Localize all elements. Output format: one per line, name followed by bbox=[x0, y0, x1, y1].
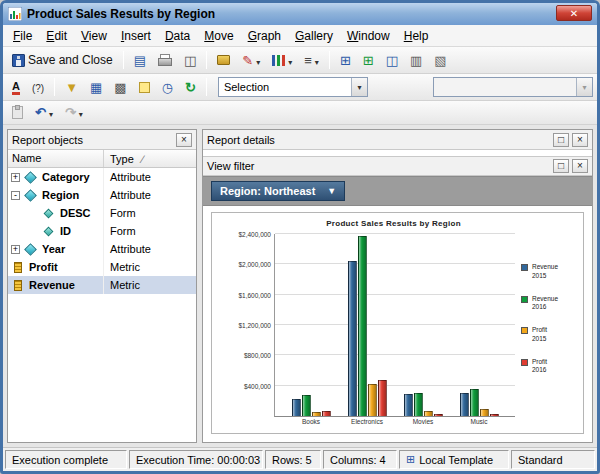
x-labels: BooksElectronicsMoviesMusic bbox=[275, 416, 515, 425]
close-report-details-button[interactable]: × bbox=[572, 133, 588, 147]
menu-item-file[interactable]: File bbox=[6, 27, 39, 45]
toolbar-main: Save and Close bbox=[3, 47, 597, 74]
expand-toggle[interactable]: + bbox=[11, 173, 20, 182]
expand-toggle[interactable]: + bbox=[11, 245, 20, 254]
attribute-icon bbox=[24, 243, 37, 256]
print-preview-button[interactable] bbox=[179, 51, 201, 70]
menu-item-edit[interactable]: Edit bbox=[39, 27, 74, 45]
menu-item-data[interactable]: Data bbox=[158, 27, 197, 45]
page-by-button[interactable] bbox=[109, 78, 131, 97]
secondary-combobox[interactable]: ▾ bbox=[433, 77, 593, 97]
pages-icon bbox=[114, 81, 126, 94]
legend-label: Revenue2015 bbox=[532, 263, 558, 281]
legend-swatch bbox=[521, 296, 528, 303]
legend-item: Revenue2016 bbox=[521, 295, 579, 313]
refresh-icon bbox=[185, 81, 196, 94]
menu-item-insert[interactable]: Insert bbox=[114, 27, 158, 45]
help-mode-button[interactable] bbox=[27, 78, 49, 97]
tree-item-label: Year bbox=[42, 243, 65, 255]
print-button[interactable] bbox=[153, 51, 177, 69]
form-icon bbox=[44, 208, 54, 218]
column-header-name[interactable]: Name bbox=[8, 150, 104, 167]
sql-view-button[interactable] bbox=[405, 51, 427, 70]
region-filter-label: Region: Northeast bbox=[220, 185, 315, 197]
grid-view-button[interactable] bbox=[335, 51, 356, 70]
grid-options-button[interactable] bbox=[85, 78, 107, 97]
tree-item-label: Region bbox=[42, 189, 79, 201]
menu-item-view[interactable]: View bbox=[74, 27, 114, 45]
y-axis-label: $2,000,000 bbox=[219, 261, 271, 268]
save-and-close-button[interactable]: Save and Close bbox=[7, 50, 118, 70]
filter-button[interactable] bbox=[60, 78, 83, 97]
title-bar[interactable]: Product Sales Results by Region ✕ bbox=[3, 3, 597, 25]
tree-row-revenue[interactable]: RevenueMetric bbox=[8, 276, 196, 294]
sql-icon bbox=[410, 54, 422, 67]
menu-item-help[interactable]: Help bbox=[397, 27, 436, 45]
menu-item-graph[interactable]: Graph bbox=[241, 27, 288, 45]
close-view-filter-button[interactable]: × bbox=[572, 159, 588, 173]
maximize-report-details-button[interactable]: □ bbox=[553, 133, 569, 147]
bar-profit-2015 bbox=[368, 384, 377, 416]
column-headers: Name Type ∕ bbox=[8, 150, 196, 168]
combobox-arrow[interactable]: ▾ bbox=[351, 78, 367, 96]
bar-revenue-2015 bbox=[348, 261, 357, 416]
x-axis-label: Movies bbox=[395, 416, 451, 425]
status-segment-5: Standard bbox=[511, 450, 595, 469]
tree-row-desc[interactable]: DESCForm bbox=[8, 204, 196, 222]
x-axis-label: Music bbox=[451, 416, 507, 425]
report-view-panel: Report details □ × View filter □ × Regio… bbox=[202, 129, 593, 443]
menu-item-window[interactable]: Window bbox=[340, 27, 397, 45]
view-filter-strip: Region: Northeast ▼ bbox=[203, 176, 592, 206]
status-segment-4: ⊞Local Template bbox=[399, 450, 509, 469]
menu-item-gallery[interactable]: Gallery bbox=[288, 27, 340, 45]
bar-group-books bbox=[283, 234, 339, 416]
design-view-button[interactable] bbox=[429, 51, 451, 70]
toolbar-edit bbox=[3, 101, 597, 125]
schedule-button[interactable] bbox=[157, 78, 178, 97]
tree-row-region[interactable]: -RegionAttribute bbox=[8, 186, 196, 204]
column-header-type[interactable]: Type ∕ bbox=[104, 150, 196, 167]
tree-item-label: ID bbox=[60, 225, 71, 237]
report-objects-panel: Report objects × Name Type ∕ +CategoryAt… bbox=[7, 129, 197, 443]
note-icon bbox=[139, 82, 150, 93]
close-button[interactable]: ✕ bbox=[556, 5, 592, 21]
redo-icon bbox=[65, 106, 76, 119]
format-painter-dropdown[interactable] bbox=[237, 51, 265, 70]
close-panel-button[interactable]: × bbox=[176, 133, 192, 147]
graph-view-button[interactable] bbox=[381, 51, 403, 70]
graph-type-dropdown[interactable] bbox=[267, 51, 297, 70]
page-view-button[interactable] bbox=[129, 51, 151, 70]
font-format-button[interactable] bbox=[7, 76, 25, 98]
style-dropdown[interactable] bbox=[299, 51, 324, 70]
bar-profit-2016 bbox=[378, 380, 387, 416]
tree-item-type: Form bbox=[104, 225, 196, 237]
paste-button[interactable] bbox=[7, 103, 28, 122]
selection-combobox-value: Selection bbox=[219, 81, 351, 93]
grid-graph-button[interactable] bbox=[358, 51, 379, 70]
maximize-view-filter-button[interactable]: □ bbox=[553, 159, 569, 173]
status-segment-0: Execution complete bbox=[5, 450, 127, 469]
form-icon bbox=[44, 226, 54, 236]
bar-revenue-2015 bbox=[404, 394, 413, 416]
graph-grid-icon bbox=[386, 54, 398, 67]
chevron-down-icon: ▼ bbox=[327, 186, 336, 196]
tree-row-profit[interactable]: ProfitMetric bbox=[8, 258, 196, 276]
expand-toggle[interactable]: - bbox=[11, 191, 20, 200]
tree-row-category[interactable]: +CategoryAttribute bbox=[8, 168, 196, 186]
refresh-button[interactable] bbox=[180, 78, 201, 97]
tree-row-id[interactable]: IDForm bbox=[8, 222, 196, 240]
bar-revenue-2015 bbox=[460, 393, 469, 417]
bar-revenue-2016 bbox=[302, 395, 311, 416]
tree-row-year[interactable]: +YearAttribute bbox=[8, 240, 196, 258]
menu-item-move[interactable]: Move bbox=[197, 27, 240, 45]
undo-button[interactable] bbox=[30, 103, 58, 122]
x-axis-label: Electronics bbox=[339, 416, 395, 425]
redo-button[interactable] bbox=[60, 103, 88, 122]
tree-row-name-cell: -Region bbox=[8, 186, 104, 204]
selection-combobox[interactable]: Selection ▾ bbox=[218, 77, 368, 97]
note-button[interactable] bbox=[134, 79, 155, 96]
export-button[interactable] bbox=[212, 52, 235, 68]
combobox-arrow[interactable]: ▾ bbox=[576, 78, 592, 96]
region-filter-button[interactable]: Region: Northeast ▼ bbox=[211, 181, 345, 201]
legend-swatch bbox=[521, 264, 528, 271]
